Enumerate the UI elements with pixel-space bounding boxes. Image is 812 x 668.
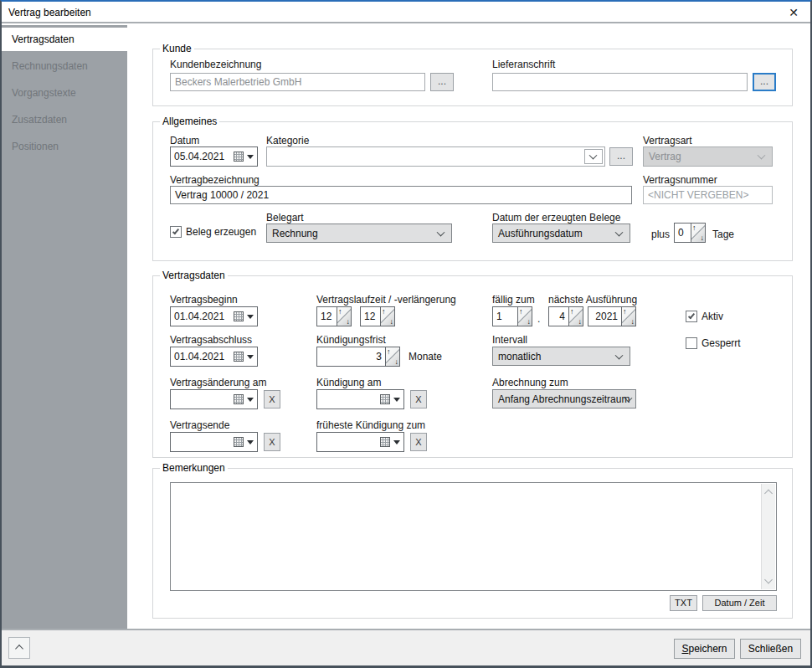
spin-up-icon[interactable]: ↑ — [387, 347, 391, 356]
vertragbezeichnung-value: Vertrag 10000 / 2021 — [175, 189, 269, 201]
belegdatum-label: Datum der erzeugten Belege — [492, 212, 620, 224]
faellig-zum-label: fällig zum — [492, 294, 535, 306]
footer-bar: Speichern Schließen — [2, 629, 810, 665]
tab-label: Positionen — [12, 141, 59, 152]
spin-updown-icon[interactable]: ↑↓ — [380, 307, 394, 326]
spin-up-icon[interactable]: ↑ — [692, 224, 696, 232]
spin-down-icon[interactable]: ↓ — [701, 234, 705, 242]
datum-field[interactable]: 05.04.2021 — [170, 146, 258, 167]
spin-down-icon[interactable]: ↓ — [578, 317, 583, 326]
schliessen-button[interactable]: Schließen — [740, 639, 801, 659]
spin-up-icon[interactable]: ↑ — [382, 307, 386, 316]
spin-updown-icon[interactable]: ↑↓ — [568, 307, 583, 326]
kundenbezeichnung-browse-button[interactable]: ... — [430, 73, 454, 91]
vertragbezeichnung-field[interactable]: Vertrag 10000 / 2021 — [170, 186, 632, 204]
spin-down-icon[interactable]: ↓ — [390, 317, 394, 326]
spin-updown-icon[interactable]: ↑ ↓ — [691, 224, 705, 242]
dialog-title: Vertrag bearbeiten — [8, 7, 91, 18]
group-allgemeines: Allgemeines Datum 05.04.2021 Kategorie .… — [152, 121, 793, 261]
checkbox-unchecked-icon[interactable] — [686, 337, 697, 349]
spin-updown-icon[interactable]: ↑↓ — [337, 307, 351, 326]
checkbox-checked-icon[interactable] — [170, 226, 182, 238]
checkbox-checked-icon[interactable] — [686, 311, 697, 322]
spin-up-icon[interactable]: ↑ — [570, 307, 574, 316]
tab-zusatzdaten[interactable]: Zusatzdaten — [2, 108, 127, 131]
tab-rechnungsdaten[interactable]: Rechnungsdaten — [2, 54, 127, 78]
lieferanschrift-browse-button[interactable]: ... — [753, 73, 776, 91]
spin-up-icon[interactable]: ↑ — [338, 307, 342, 316]
vertragsende-field[interactable] — [170, 432, 258, 452]
tab-vorgangstexte[interactable]: Vorgangstexte — [2, 81, 127, 105]
abrechnung-zum-combobox[interactable]: Anfang Abrechnungszeitraum — [492, 389, 636, 409]
chevron-down-icon — [758, 152, 766, 160]
dropdown-arrow-icon[interactable] — [247, 398, 254, 402]
intervall-combobox[interactable]: monatlich — [492, 347, 630, 366]
tab-positionen[interactable]: Positionen — [2, 135, 127, 158]
txt-button[interactable]: TXT — [670, 595, 697, 611]
aktiv-checkbox[interactable]: Aktiv — [686, 311, 723, 322]
spin-down-icon[interactable]: ↓ — [347, 317, 351, 326]
group-bemerkungen: Bemerkungen TXT Datum / Zeit — [152, 468, 793, 619]
spin-up-icon[interactable]: ↑ — [623, 307, 627, 316]
spin-down-icon[interactable]: ↓ — [395, 357, 399, 366]
kategorie-browse-button[interactable]: ... — [609, 147, 633, 166]
spin-updown-icon[interactable]: ↑↓ — [517, 307, 532, 326]
group-bemerkungen-title: Bemerkungen — [160, 462, 228, 474]
kuendigung-am-field[interactable] — [316, 389, 404, 409]
kuendigungsfrist-spinner[interactable]: 3 ↑↓ — [316, 347, 400, 367]
datum-zeit-button[interactable]: Datum / Zeit — [702, 595, 777, 611]
dropdown-arrow-icon[interactable] — [247, 440, 254, 444]
scroll-down-icon[interactable] — [764, 576, 773, 584]
frueheste-kuendigung-clear-button[interactable]: X — [410, 433, 427, 451]
spin-down-icon[interactable]: ↓ — [631, 317, 635, 326]
belegdatum-combobox[interactable]: Ausführungsdatum — [492, 224, 630, 243]
calendar-icon — [380, 394, 390, 404]
lieferanschrift-field[interactable] — [492, 73, 748, 91]
close-icon[interactable]: ✕ — [785, 4, 802, 21]
dropdown-arrow-icon[interactable] — [247, 315, 254, 319]
dropdown-arrow-icon[interactable] — [393, 398, 400, 402]
tab-vertragsdaten[interactable]: Vertragsdaten — [2, 28, 127, 51]
belegart-value: Rechnung — [272, 228, 318, 239]
gesperrt-checkbox[interactable]: Gesperrt — [686, 337, 741, 349]
dropdown-arrow-icon[interactable] — [247, 155, 254, 159]
spin-updown-icon[interactable]: ↑↓ — [621, 307, 635, 326]
laufzeit-spinner[interactable]: 12 ↑↓ — [316, 306, 352, 326]
collapse-sidebar-button[interactable] — [8, 637, 30, 659]
chevron-down-icon — [615, 228, 624, 236]
kuendigung-am-clear-button[interactable]: X — [410, 390, 427, 409]
vertragsaenderung-clear-button[interactable]: X — [264, 390, 280, 409]
gesperrt-label: Gesperrt — [702, 337, 741, 349]
lieferanschrift-label: Lieferanschrift — [492, 59, 555, 70]
dropdown-arrow-icon[interactable] — [393, 440, 400, 444]
dropdown-arrow-icon[interactable] — [247, 355, 254, 359]
spin-updown-icon[interactable]: ↑↓ — [385, 347, 399, 366]
beleg-erzeugen-checkbox[interactable]: Beleg erzeugen — [170, 226, 256, 238]
verlaengerung-spinner[interactable]: 12 ↑↓ — [360, 306, 395, 326]
vertragsabschluss-field[interactable]: 01.04.2021 — [170, 347, 258, 367]
kategorie-combobox[interactable] — [266, 146, 605, 167]
faellig-zum-spinner[interactable]: 1 ↑↓ — [492, 306, 532, 326]
belegart-label: Belegart — [266, 212, 304, 224]
vertragsnummer-label: Vertragsnummer — [643, 174, 717, 186]
naechste-monat-spinner[interactable]: 4 ↑↓ — [548, 306, 583, 326]
naechste-jahr-spinner[interactable]: 2021 ↑↓ — [588, 306, 636, 326]
vertragsaenderung-field[interactable] — [170, 389, 258, 409]
frueheste-kuendigung-field[interactable] — [316, 432, 404, 452]
vertragsende-clear-button[interactable]: X — [264, 433, 280, 451]
kategorie-dropdown-button[interactable] — [584, 149, 603, 164]
spin-down-icon[interactable]: ↓ — [527, 317, 532, 326]
scrollbar[interactable] — [761, 484, 775, 589]
group-kunde-title: Kunde — [160, 43, 194, 54]
plus-tage-spinner[interactable]: 0 ↑ ↓ — [674, 223, 706, 243]
spin-up-icon[interactable]: ↑ — [519, 307, 523, 316]
belegart-combobox[interactable]: Rechnung — [266, 224, 452, 243]
plus-tage-value: 0 — [675, 227, 691, 239]
kuendigung-am-label: Kündigung am — [316, 377, 381, 388]
vertragsbeginn-value: 01.04.2021 — [174, 311, 234, 322]
bemerkungen-textarea[interactable] — [170, 482, 777, 591]
scroll-up-icon[interactable] — [764, 490, 773, 498]
kundenbezeichnung-value: Beckers Malerbetrieb GmbH — [175, 76, 301, 88]
speichern-button[interactable]: Speichern — [674, 639, 735, 659]
vertragsbeginn-field[interactable]: 01.04.2021 — [170, 306, 258, 326]
